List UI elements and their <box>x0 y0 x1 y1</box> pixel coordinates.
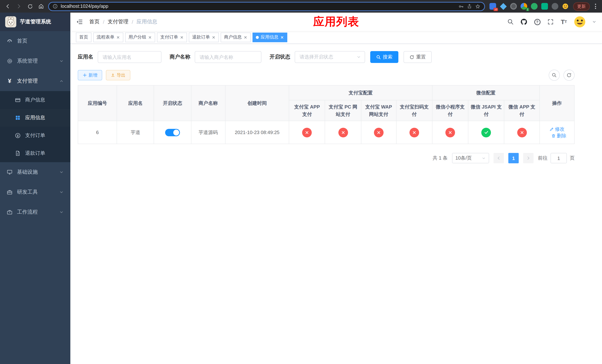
sidebar-logo[interactable]: 芋道管理系统 <box>0 13 70 31</box>
status-select[interactable]: 请选择开启状态 <box>295 51 365 63</box>
fullscreen-icon[interactable] <box>547 18 554 26</box>
sidebar-item-dev-tools[interactable]: 研发工具 <box>0 182 70 202</box>
pagination-total: 共 1 条 <box>433 155 448 161</box>
sidebar-item-system[interactable]: 系统管理 <box>0 51 70 71</box>
tab-app-info[interactable]: 应用信息 <box>252 32 287 42</box>
browser-update-button[interactable]: 更新 <box>573 2 590 11</box>
col-alipay-pc: 支付宝 PC 网站支付 <box>325 100 361 121</box>
sidebar-item-payment[interactable]: ¥ 支付管理 <box>0 71 70 91</box>
tags-view-bar: 首页 流程表单 用户分组 支付订单 退款订单 <box>70 31 602 44</box>
close-icon[interactable] <box>280 35 284 39</box>
status-toggle[interactable] <box>165 129 180 136</box>
sidebar-item-pay-order[interactable]: 支付订单 <box>0 127 70 144</box>
sidebar-item-workflow[interactable]: 工作流程 <box>0 202 70 222</box>
goto-label: 前往 <box>538 155 548 161</box>
delete-link[interactable]: 删除 <box>551 132 567 139</box>
monitor-icon <box>7 169 13 175</box>
reset-button[interactable]: 重置 <box>404 51 432 63</box>
prev-page-button[interactable] <box>494 153 504 163</box>
edit-link[interactable]: 修改 <box>549 126 565 132</box>
password-key-icon[interactable] <box>458 3 464 9</box>
breadcrumb: 首页 / 支付管理 / 应用信息 <box>89 19 157 25</box>
header-search-icon[interactable] <box>507 18 514 26</box>
download-icon <box>111 73 115 77</box>
dashboard-icon <box>7 38 13 44</box>
browser-menu-button[interactable] <box>593 4 598 9</box>
refresh-icon <box>567 73 572 78</box>
profile-avatar-icon[interactable] <box>562 3 569 10</box>
page-number-button[interactable]: 1 <box>508 153 519 163</box>
edit-icon <box>549 127 554 131</box>
app-name-input[interactable] <box>98 51 161 63</box>
sidebar-item-label: 基础设施 <box>17 169 38 175</box>
sidebar-toggle-icon[interactable] <box>76 18 83 26</box>
extension-icon[interactable] <box>541 3 548 10</box>
breadcrumb-item[interactable]: 支付管理 <box>108 19 129 25</box>
tab-home[interactable]: 首页 <box>76 32 91 42</box>
bookmark-star-icon[interactable] <box>475 3 481 9</box>
close-icon[interactable] <box>244 35 247 39</box>
forward-button[interactable] <box>15 2 23 10</box>
export-button[interactable]: 导出 <box>106 70 130 80</box>
user-avatar[interactable] <box>573 16 586 28</box>
reload-button[interactable] <box>26 2 34 10</box>
avatar-caret-icon[interactable] <box>592 20 596 24</box>
toolbox-icon <box>7 189 13 195</box>
extension-icon[interactable] <box>552 3 558 10</box>
col-alipay-app: 支付宝 APP 支付 <box>289 100 325 121</box>
col-merchant: 商户名称 <box>191 85 225 121</box>
document-icon <box>15 150 21 156</box>
font-size-icon[interactable]: TT <box>560 18 568 26</box>
add-button[interactable]: 新增 <box>78 70 102 80</box>
tab-merchant-info[interactable]: 商户信息 <box>221 32 251 42</box>
app-title: 芋道管理系统 <box>20 19 51 25</box>
sidebar-item-label: 工作流程 <box>17 209 38 215</box>
page-size-select[interactable]: 10条/页 <box>452 153 489 163</box>
sidebar-item-refund-order[interactable]: 退款订单 <box>0 144 70 162</box>
sidebar-item-infrastructure[interactable]: 基础设施 <box>0 162 70 182</box>
sidebar-item-merchant-info[interactable]: 商户信息 <box>0 91 70 109</box>
tab-user-group[interactable]: 用户分组 <box>125 32 155 42</box>
refresh-table-button[interactable] <box>563 70 575 81</box>
site-info-icon[interactable] <box>53 4 58 9</box>
extensions-row: 10 1 <box>488 3 570 10</box>
close-icon[interactable] <box>180 35 184 39</box>
briefcase-icon <box>7 209 13 215</box>
cell-status <box>154 121 191 144</box>
extension-icon[interactable] <box>510 3 517 10</box>
extension-icon[interactable]: 1 <box>521 3 527 10</box>
sidebar-item-app-info[interactable]: 应用信息 <box>0 109 70 127</box>
extension-icon[interactable]: 10 <box>489 3 496 10</box>
breadcrumb-item[interactable]: 首页 <box>89 19 100 25</box>
chevron-down-icon <box>59 210 64 214</box>
app-name-label: 应用名 <box>78 54 93 60</box>
page-title: 应用列表 <box>313 14 359 30</box>
wx-mini-status-icon <box>445 128 455 137</box>
search-button[interactable]: 搜索 <box>370 51 398 63</box>
app-shell: 芋道管理系统 首页 系统管理 ¥ 支付管理 <box>0 13 602 364</box>
close-icon[interactable] <box>212 35 215 39</box>
extension-icon[interactable] <box>531 3 538 10</box>
share-icon[interactable] <box>467 4 472 9</box>
github-icon[interactable] <box>520 18 527 26</box>
extension-icon[interactable] <box>500 3 506 10</box>
toggle-search-button[interactable] <box>549 70 560 81</box>
address-bar[interactable]: localhost:1024/pay/app <box>48 2 485 11</box>
tab-refund-order[interactable]: 退款订单 <box>189 32 219 42</box>
sidebar-item-home[interactable]: 首页 <box>0 31 70 51</box>
close-icon[interactable] <box>148 35 152 39</box>
merchant-name-input[interactable] <box>195 51 261 63</box>
help-icon[interactable]: ? <box>534 18 541 26</box>
close-icon[interactable] <box>116 35 120 39</box>
tab-pay-order[interactable]: 支付订单 <box>157 32 187 42</box>
url-text[interactable]: localhost:1024/pay/app <box>61 4 455 9</box>
goto-page-input[interactable] <box>550 153 567 163</box>
merchant-name-label: 商户名称 <box>170 54 190 60</box>
tab-process-form[interactable]: 流程表单 <box>93 32 123 42</box>
back-button[interactable] <box>4 2 12 10</box>
next-page-button[interactable] <box>523 153 534 163</box>
grid-icon <box>15 115 21 121</box>
credit-card-icon <box>15 97 21 103</box>
home-button[interactable] <box>37 2 45 10</box>
main-area: 首页 / 支付管理 / 应用信息 应用列表 ? <box>70 13 602 364</box>
